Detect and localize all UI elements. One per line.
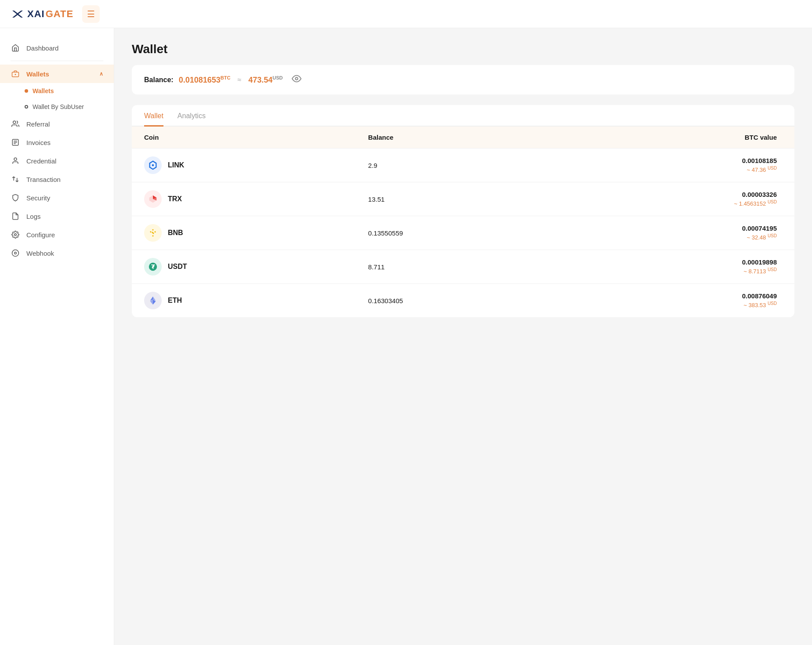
sidebar-label-credential: Credential xyxy=(26,157,56,165)
webhook-icon xyxy=(11,249,20,257)
logs-icon xyxy=(11,212,20,220)
coin-icon-usdt: ₮ xyxy=(144,258,162,275)
sidebar-subitem-wallet-by-subuser[interactable]: Wallet By SubUser xyxy=(25,99,114,115)
sidebar-item-credential[interactable]: Credential xyxy=(0,152,114,170)
table-header-row: Coin Balance BTC value xyxy=(132,127,794,149)
logo: XAIGATE xyxy=(11,7,73,21)
transaction-icon xyxy=(11,175,20,183)
coin-name-trx: TRX xyxy=(168,195,182,203)
sidebar-item-transaction[interactable]: Transaction xyxy=(0,170,114,188)
balance-value: 2.9 xyxy=(368,162,377,169)
svg-point-8 xyxy=(14,158,17,160)
balance-value: 0.16303405 xyxy=(368,297,403,304)
svg-point-3 xyxy=(13,121,16,123)
table-row: ETH 0.16303405 0.00876049 ~ 383.53 USD xyxy=(132,284,794,318)
page-title: Wallet xyxy=(132,42,794,56)
sidebar-item-wallets[interactable]: Wallets ∧ xyxy=(0,65,114,83)
balance-cell-trx: 13.51 xyxy=(356,182,553,216)
sidebar-item-invoices[interactable]: Invoices xyxy=(0,133,114,152)
logo-xai: XAI xyxy=(27,8,45,20)
balance-value: 8.711 xyxy=(368,263,385,271)
sidebar-label-security: Security xyxy=(26,194,50,202)
hamburger-icon: ☰ xyxy=(87,9,95,19)
table-row: LINK 2.9 0.00108185 ~ 47.36 USD xyxy=(132,149,794,182)
balance-btc-value: 0.01081653BTC xyxy=(179,75,231,85)
main-content: Wallet Balance: 0.01081653BTC ≈ 473.54US… xyxy=(114,28,812,645)
btcvalue-cell-usdt: 0.00019898 ~ 8.7113 USD xyxy=(553,250,794,284)
sidebar-sub-wallets: Wallets Wallet By SubUser xyxy=(0,83,114,115)
tab-wallet[interactable]: Wallet xyxy=(144,105,163,127)
table-row: ₮ USDT 8.711 0.00019898 ~ 8.7113 USD xyxy=(132,250,794,284)
usd-value: ~ 32.48 USD xyxy=(566,233,777,241)
table-row: BNB 0.13550559 0.00074195 ~ 32.48 USD xyxy=(132,216,794,250)
btc-value-main: 0.00003326 xyxy=(566,191,777,198)
svg-text:₮: ₮ xyxy=(151,264,155,270)
balance-card: Balance: 0.01081653BTC ≈ 473.54USD xyxy=(132,65,794,94)
eye-icon[interactable] xyxy=(292,74,301,86)
credential-icon xyxy=(11,157,20,165)
sidebar-item-security[interactable]: Security xyxy=(0,188,114,207)
coin-name-link: LINK xyxy=(168,161,184,169)
sidebar-subitem-wallets[interactable]: Wallets xyxy=(25,83,114,99)
menu-button[interactable]: ☰ xyxy=(82,5,100,23)
referral-icon xyxy=(11,120,20,128)
svg-point-14 xyxy=(152,164,154,167)
sidebar-sublabel-wallets: Wallets xyxy=(33,87,54,94)
svg-rect-19 xyxy=(150,231,152,233)
sidebar-label-configure: Configure xyxy=(26,231,55,239)
balance-label: Balance: xyxy=(144,76,174,84)
btcvalue-cell-link: 0.00108185 ~ 47.36 USD xyxy=(553,149,794,182)
coin-cell-usdt: ₮ USDT xyxy=(132,250,356,284)
sidebar-item-webhook[interactable]: Webhook xyxy=(0,244,114,262)
coin-name-bnb: BNB xyxy=(168,229,183,237)
balance-value: 13.51 xyxy=(368,196,385,203)
approx-symbol: ≈ xyxy=(237,76,241,84)
balance-value: 0.13550559 xyxy=(368,229,403,237)
usd-value: ~ 383.53 USD xyxy=(566,301,777,308)
tab-analytics[interactable]: Analytics xyxy=(178,105,206,127)
chevron-up-icon: ∧ xyxy=(99,71,103,77)
coin-name-eth: ETH xyxy=(168,297,182,304)
coin-icon-bnb xyxy=(144,224,162,242)
sidebar-item-referral[interactable]: Referral xyxy=(0,115,114,133)
configure-icon xyxy=(11,231,20,239)
col-balance: Balance xyxy=(356,127,553,149)
svg-rect-22 xyxy=(152,232,154,234)
top-header: XAIGATE ☰ xyxy=(0,0,812,28)
col-coin: Coin xyxy=(132,127,356,149)
usd-value: ~ 47.36 USD xyxy=(566,166,777,173)
sidebar-label-transaction: Transaction xyxy=(26,176,61,183)
btc-value-main: 0.00074195 xyxy=(566,225,777,232)
sidebar: Dashboard Wallets ∧ Wallets Wallet By Su… xyxy=(0,28,114,645)
sidebar-label-logs: Logs xyxy=(26,213,41,220)
svg-point-10 xyxy=(12,250,19,257)
svg-point-11 xyxy=(14,252,17,254)
svg-rect-18 xyxy=(152,229,154,231)
coin-cell-link: LINK xyxy=(132,149,356,182)
btc-value-main: 0.00108185 xyxy=(566,157,777,164)
balance-cell-eth: 0.16303405 xyxy=(356,284,553,318)
btc-value-main: 0.00876049 xyxy=(566,292,777,300)
sidebar-label-dashboard: Dashboard xyxy=(26,44,58,52)
layout: Dashboard Wallets ∧ Wallets Wallet By Su… xyxy=(0,28,812,645)
sidebar-item-dashboard[interactable]: Dashboard xyxy=(0,39,114,57)
balance-cell-usdt: 8.711 xyxy=(356,250,553,284)
btcvalue-cell-trx: 0.00003326 ~ 1.4563152 USD xyxy=(553,182,794,216)
usd-unit: USD xyxy=(272,75,283,80)
coin-icon-trx xyxy=(144,190,162,208)
table-row: TRX 13.51 0.00003326 ~ 1.4563152 USD xyxy=(132,182,794,216)
sidebar-item-configure[interactable]: Configure xyxy=(0,225,114,244)
svg-point-9 xyxy=(14,234,17,236)
svg-point-12 xyxy=(295,77,298,80)
svg-rect-20 xyxy=(154,231,156,233)
wallet-icon xyxy=(11,70,20,78)
sidebar-label-invoices: Invoices xyxy=(26,139,51,146)
usd-value: ~ 8.7113 USD xyxy=(566,267,777,275)
btc-value-main: 0.00019898 xyxy=(566,258,777,266)
logo-gate: GATE xyxy=(46,8,73,20)
coin-name-usdt: USDT xyxy=(168,263,187,271)
wallet-card: Wallet Analytics Coin Balance BTC value xyxy=(132,105,794,317)
sidebar-item-logs[interactable]: Logs xyxy=(0,207,114,225)
coin-cell-bnb: BNB xyxy=(132,216,356,250)
home-icon xyxy=(11,44,20,52)
